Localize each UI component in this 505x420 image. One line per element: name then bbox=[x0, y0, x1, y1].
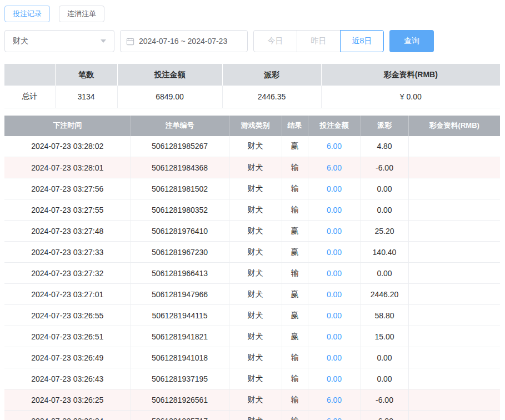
cell-payout: 0.00 bbox=[361, 263, 408, 284]
cell-bonus bbox=[408, 347, 500, 368]
bet-amount-link[interactable]: 6.00 bbox=[327, 142, 342, 151]
bet-amount-link[interactable]: 0.00 bbox=[327, 269, 342, 278]
table-row: 2024-07-23 03:28:02 5061281985267 财犬 赢 6… bbox=[4, 136, 500, 157]
cell-time: 2024-07-23 03:27:01 bbox=[4, 284, 131, 305]
cell-game: 财犬 bbox=[229, 136, 282, 157]
summary-total-count: 3134 bbox=[55, 86, 117, 108]
last-8-days-button[interactable]: 近8日 bbox=[340, 30, 384, 52]
header-order-id: 注单编号 bbox=[131, 116, 229, 136]
cell-game: 财犬 bbox=[229, 284, 282, 305]
summary-total-bonus: ¥ 0.00 bbox=[321, 86, 500, 108]
quick-date-buttons: 今日 昨日 近8日 bbox=[253, 30, 384, 52]
tab-cancelled-orders[interactable]: 连消注单 bbox=[59, 6, 104, 22]
table-row: 2024-07-23 03:26:25 5061281926561 财犬 输 6… bbox=[4, 389, 500, 411]
cell-bonus bbox=[408, 221, 500, 242]
tab-bet-records[interactable]: 投注记录 bbox=[4, 6, 50, 22]
header-bonus: 彩金资料(RMB) bbox=[408, 116, 500, 136]
cell-payout: 58.80 bbox=[361, 305, 408, 326]
table-row: 2024-07-23 03:26:43 5061281937195 财犬 输 0… bbox=[4, 368, 500, 389]
cell-bonus bbox=[408, 411, 500, 420]
bet-amount-link[interactable]: 0.00 bbox=[327, 184, 342, 193]
cell-bonus bbox=[408, 326, 500, 347]
cell-result: 输 bbox=[282, 347, 308, 368]
table-row: 2024-07-23 03:26:55 5061281944115 财犬 赢 0… bbox=[4, 305, 500, 326]
summary-total-row: 总计 3134 6849.00 2446.35 ¥ 0.00 bbox=[4, 86, 500, 108]
bet-amount-link[interactable]: 6.00 bbox=[327, 163, 342, 172]
cell-time: 2024-07-23 03:26:43 bbox=[4, 368, 131, 389]
summary-total-bet-amount: 6849.00 bbox=[117, 86, 222, 108]
date-range-picker[interactable]: 2024-07-16 ~ 2024-07-23 bbox=[120, 30, 248, 52]
cell-time: 2024-07-23 03:26:25 bbox=[4, 389, 131, 411]
bet-table-header-row: 下注时间 注单编号 游戏类别 结果 投注金额 派彩 彩金资料(RMB) bbox=[4, 116, 500, 136]
header-payout: 派彩 bbox=[361, 116, 408, 136]
table-row: 2024-07-23 03:26:24 5061281925717 财犬 输 6… bbox=[4, 411, 500, 420]
cell-result: 输 bbox=[282, 368, 308, 389]
table-row: 2024-07-23 03:28:01 5061281984368 财犬 输 6… bbox=[4, 157, 500, 178]
bet-amount-link[interactable]: 0.00 bbox=[327, 332, 342, 341]
bet-amount-link[interactable]: 6.00 bbox=[327, 417, 342, 420]
cell-game: 财犬 bbox=[229, 326, 282, 347]
cell-bet: 0.00 bbox=[308, 221, 361, 242]
cell-result: 输 bbox=[282, 411, 308, 420]
cell-bonus bbox=[408, 178, 500, 199]
cell-order-id: 5061281947966 bbox=[131, 284, 229, 305]
cell-result: 输 bbox=[282, 157, 308, 178]
cell-payout: 0.00 bbox=[361, 347, 408, 368]
cell-order-id: 5061281925717 bbox=[131, 411, 229, 420]
cell-bonus bbox=[408, 368, 500, 389]
cell-bet: 0.00 bbox=[308, 178, 361, 199]
bet-amount-link[interactable]: 0.00 bbox=[327, 353, 342, 362]
chevron-down-icon bbox=[101, 39, 106, 43]
filter-bar: 财犬 2024-07-16 ~ 2024-07-23 今日 昨日 近8日 查询 bbox=[4, 30, 500, 52]
cell-bet: 0.00 bbox=[308, 242, 361, 263]
bet-amount-link[interactable]: 0.00 bbox=[327, 227, 342, 236]
cell-result: 赢 bbox=[282, 284, 308, 305]
bet-amount-link[interactable]: 0.00 bbox=[327, 311, 342, 320]
table-row: 2024-07-23 03:26:51 5061281941821 财犬 赢 0… bbox=[4, 326, 500, 347]
bet-amount-link[interactable]: 6.00 bbox=[327, 396, 342, 404]
table-row: 2024-07-23 03:27:32 5061281966413 财犬 输 0… bbox=[4, 263, 500, 284]
query-button[interactable]: 查询 bbox=[389, 30, 434, 52]
cell-bet: 6.00 bbox=[308, 389, 361, 411]
calendar-icon bbox=[126, 37, 134, 46]
game-select-value: 财犬 bbox=[13, 36, 28, 46]
cell-result: 赢 bbox=[282, 221, 308, 242]
cell-bet: 6.00 bbox=[308, 136, 361, 157]
cell-payout: 0.00 bbox=[361, 178, 408, 199]
summary-header-count: 笔数 bbox=[55, 64, 117, 86]
cell-payout: 0.00 bbox=[361, 368, 408, 389]
cell-order-id: 5061281941018 bbox=[131, 347, 229, 368]
cell-time: 2024-07-23 03:26:49 bbox=[4, 347, 131, 368]
cell-result: 赢 bbox=[282, 242, 308, 263]
cell-bonus bbox=[408, 305, 500, 326]
header-result: 结果 bbox=[282, 116, 308, 136]
cell-order-id: 5061281984368 bbox=[131, 157, 229, 178]
cell-bet: 0.00 bbox=[308, 284, 361, 305]
bet-amount-link[interactable]: 0.00 bbox=[327, 290, 342, 299]
cell-result: 赢 bbox=[282, 305, 308, 326]
cell-payout: -6.00 bbox=[361, 411, 408, 420]
today-button[interactable]: 今日 bbox=[253, 30, 297, 52]
cell-time: 2024-07-23 03:27:55 bbox=[4, 199, 131, 221]
cell-order-id: 5061281937195 bbox=[131, 368, 229, 389]
yesterday-button[interactable]: 昨日 bbox=[297, 30, 341, 52]
cell-time: 2024-07-23 03:27:48 bbox=[4, 221, 131, 242]
bet-amount-link[interactable]: 0.00 bbox=[327, 248, 342, 257]
cell-bonus bbox=[408, 199, 500, 221]
date-range-value: 2024-07-16 ~ 2024-07-23 bbox=[139, 37, 227, 46]
cell-bet: 0.00 bbox=[308, 199, 361, 221]
bet-amount-link[interactable]: 0.00 bbox=[327, 206, 342, 214]
cell-bonus bbox=[408, 157, 500, 178]
cell-time: 2024-07-23 03:27:56 bbox=[4, 178, 131, 199]
game-select[interactable]: 财犬 bbox=[4, 30, 114, 52]
cell-bet: 0.00 bbox=[308, 305, 361, 326]
bet-amount-link[interactable]: 0.00 bbox=[327, 374, 342, 383]
cell-time: 2024-07-23 03:26:55 bbox=[4, 305, 131, 326]
page: 投注记录 连消注单 财犬 2024-07-16 ~ 2024-07-23 今日 … bbox=[0, 0, 505, 420]
cell-bonus bbox=[408, 242, 500, 263]
cell-result: 输 bbox=[282, 389, 308, 411]
cell-game: 财犬 bbox=[229, 305, 282, 326]
cell-game: 财犬 bbox=[229, 199, 282, 221]
summary-header-bet-amount: 投注金额 bbox=[117, 64, 222, 86]
table-row: 2024-07-23 03:27:48 5061281976410 财犬 赢 0… bbox=[4, 221, 500, 242]
